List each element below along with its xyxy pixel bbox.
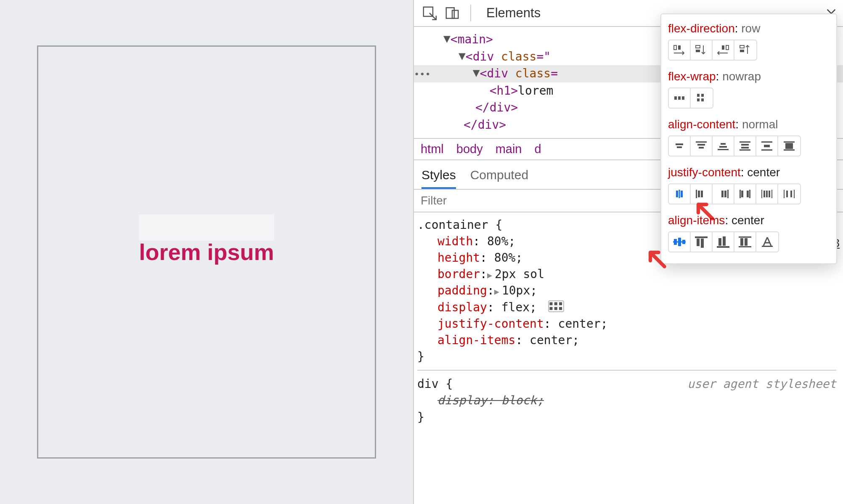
centered-container: lorem ipsum	[37, 45, 376, 459]
svg-rect-35	[740, 149, 750, 151]
selection-highlight	[139, 215, 274, 241]
svg-rect-62	[790, 191, 792, 197]
svg-rect-6	[549, 307, 552, 310]
align-content-center-icon[interactable]	[669, 136, 691, 156]
dom-div-close-outer[interactable]: </div>	[464, 118, 506, 132]
svg-rect-4	[554, 302, 557, 305]
svg-rect-16	[740, 45, 744, 48]
svg-rect-8	[559, 307, 562, 310]
dom-selected-ellipsis[interactable]: •••	[414, 69, 433, 80]
crumb-main[interactable]: main	[496, 142, 522, 156]
tab-elements[interactable]: Elements	[481, 0, 546, 26]
svg-rect-11	[696, 45, 700, 48]
svg-rect-72	[723, 236, 726, 246]
dom-div1[interactable]: <div	[466, 50, 501, 64]
justify-content-center-icon[interactable]	[669, 184, 691, 204]
crumb-body[interactable]: body	[456, 142, 483, 156]
flex-editor-button[interactable]	[548, 300, 564, 312]
svg-rect-42	[676, 191, 678, 197]
justify-content-space-around-icon[interactable]	[756, 184, 778, 204]
ua-label: user agent stylesheet	[687, 376, 836, 392]
svg-rect-47	[701, 191, 703, 197]
svg-rect-73	[717, 246, 729, 248]
select-element-icon[interactable]	[422, 5, 437, 21]
svg-rect-37	[764, 145, 770, 147]
svg-rect-7	[554, 307, 557, 310]
rule-div-display-overridden[interactable]: display: block;	[437, 393, 544, 407]
svg-rect-54	[749, 190, 750, 198]
svg-rect-57	[766, 191, 768, 197]
flex-editor-popover: flex-direction: row flex-wrap: nowrap al…	[660, 13, 837, 264]
svg-rect-77	[739, 246, 751, 247]
rule-div-ua[interactable]: div {user agent stylesheet display: bloc…	[417, 370, 836, 425]
svg-rect-36	[761, 141, 772, 143]
device-toggle-icon[interactable]	[444, 5, 460, 21]
align-content-stretch-icon[interactable]	[778, 136, 800, 156]
svg-rect-13	[722, 45, 724, 50]
crumb-html[interactable]: html	[421, 142, 444, 156]
svg-rect-22	[697, 98, 700, 101]
rule-container-selector[interactable]: .container {	[417, 218, 502, 232]
svg-rect-31	[718, 149, 729, 150]
crumb-d[interactable]: d	[535, 142, 541, 156]
svg-rect-29	[721, 143, 726, 145]
flex-direction-row-reverse-icon[interactable]	[713, 40, 734, 60]
align-items-center-icon[interactable]	[669, 232, 691, 252]
svg-rect-53	[747, 191, 749, 197]
svg-rect-39	[784, 141, 795, 143]
rule-div-selector[interactable]: div {	[417, 377, 453, 391]
svg-rect-45	[696, 190, 697, 198]
svg-rect-43	[679, 190, 680, 198]
flex-wrap-nowrap-icon[interactable]	[669, 88, 691, 108]
svg-rect-69	[697, 239, 700, 246]
svg-rect-52	[741, 191, 743, 197]
popover-row-flex-wrap: flex-wrap: nowrap	[668, 70, 830, 109]
popover-row-align-items: align-items: center	[668, 214, 830, 252]
toolbar-separator	[470, 5, 471, 21]
dom-main-open[interactable]: <main>	[451, 32, 493, 46]
svg-rect-15	[740, 50, 744, 52]
align-content-start-icon[interactable]	[691, 136, 713, 156]
align-items-stretch-icon[interactable]	[734, 232, 756, 252]
align-items-baseline-icon[interactable]	[756, 232, 778, 252]
svg-rect-68	[695, 236, 708, 238]
dom-div2-selected[interactable]: <div	[480, 66, 515, 80]
justify-content-space-between-icon[interactable]	[734, 184, 756, 204]
annotation-arrow-icon	[644, 247, 668, 270]
dom-div-close-inner[interactable]: </div>	[475, 101, 518, 114]
flex-direction-row-icon[interactable]	[669, 40, 691, 60]
align-content-space-around-icon[interactable]	[756, 136, 778, 156]
svg-rect-12	[696, 50, 700, 52]
flex-direction-column-icon[interactable]	[691, 40, 713, 60]
align-items-start-icon[interactable]	[691, 232, 713, 252]
svg-rect-21	[701, 94, 704, 97]
flex-wrap-wrap-icon[interactable]	[691, 88, 713, 108]
svg-rect-28	[699, 147, 704, 149]
svg-rect-33	[741, 144, 749, 146]
svg-rect-60	[784, 190, 785, 198]
svg-rect-2	[452, 11, 458, 19]
dom-h1[interactable]: <h1>	[490, 84, 518, 98]
svg-rect-18	[678, 96, 681, 100]
svg-rect-74	[739, 236, 751, 238]
justify-content-space-evenly-icon[interactable]	[778, 184, 800, 204]
svg-rect-48	[721, 191, 724, 197]
devtools-panel: Elements ▼<main> ▼<div class=" •••▼<div …	[413, 0, 843, 504]
lorem-heading: lorem ipsum	[139, 239, 274, 265]
flex-direction-column-reverse-icon[interactable]	[734, 40, 756, 60]
tab-computed[interactable]: Computed	[470, 164, 528, 189]
popover-row-flex-direction: flex-direction: row	[668, 22, 830, 61]
lorem-heading-text: lorem ipsum	[139, 239, 274, 265]
svg-rect-56	[763, 191, 765, 197]
svg-rect-49	[724, 191, 726, 197]
align-items-end-icon[interactable]	[713, 232, 734, 252]
popover-row-justify-content: justify-content: center	[668, 166, 830, 204]
align-content-space-between-icon[interactable]	[734, 136, 756, 156]
svg-rect-1	[446, 8, 454, 18]
svg-rect-50	[727, 190, 729, 198]
svg-rect-76	[745, 238, 748, 246]
align-content-end-icon[interactable]	[713, 136, 734, 156]
tab-styles[interactable]: Styles	[422, 164, 456, 189]
svg-rect-27	[697, 144, 705, 146]
svg-rect-41	[784, 149, 795, 151]
